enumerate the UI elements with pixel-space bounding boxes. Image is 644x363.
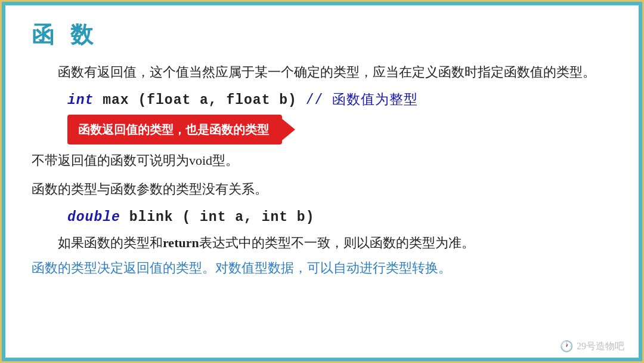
para2-text: 不带返回值的函数可说明为void型。 [32, 153, 239, 168]
para1-text: 函数有返回值，这个值当然应属于某一个确定的类型，应当在定义函数时指定函数值的类型… [58, 64, 596, 79]
right-border [639, 2, 642, 361]
paragraph-4: 如果函数的类型和return表达式中的类型不一致，则以函数的类型为准。 [32, 232, 612, 254]
para4-part1: 如果函数的类型和 [58, 235, 163, 250]
para4-bold: return [163, 235, 199, 250]
code-line-2: double blink ( int a, int b) [67, 206, 612, 229]
paragraph-2: 不带返回值的函数可说明为void型。 [32, 149, 612, 171]
para3-text: 函数的类型与函数参数的类型没有关系。 [32, 182, 268, 196]
paragraph-4-highlight: 函数的类型决定返回值的类型。对数值型数据，可以自动进行类型转换。 [32, 257, 612, 279]
watermark-icon: 🕐 [560, 340, 573, 353]
para4-part2: 表达式中的类型不一致，则以函数的类型为准。 [199, 235, 475, 250]
code-line-1: int max (float a, float b) // 函数值为整型 [67, 89, 612, 112]
paragraph-3: 函数的类型与函数参数的类型没有关系。 [32, 178, 612, 200]
code1-keyword: int [67, 93, 94, 108]
paragraph-1: 函数有返回值，这个值当然应属于某一个确定的类型，应当在定义函数时指定函数值的类型… [32, 61, 612, 83]
left-border [2, 2, 5, 361]
watermark-text: 29号造物吧 [577, 340, 624, 353]
content-area: 函数有返回值，这个值当然应属于某一个确定的类型，应当在定义函数时指定函数值的类型… [32, 61, 612, 279]
code1-comment: // 函数值为整型 [297, 93, 418, 108]
code1-rest: max (float a, float b) [94, 93, 296, 108]
arrow-label: 函数返回值的类型，也是函数的类型 [67, 115, 282, 144]
code2-keyword: double [67, 210, 120, 225]
slide: 函 数 函数有返回值，这个值当然应属于某一个确定的类型，应当在定义函数时指定函数… [0, 0, 644, 363]
top-border [2, 2, 642, 5]
code2-rest: blink ( int a, int b) [120, 210, 315, 225]
bottom-border [2, 358, 642, 361]
arrow-label-container: 函数返回值的类型，也是函数的类型 [67, 115, 612, 142]
slide-title: 函 数 [32, 20, 612, 50]
watermark: 🕐 29号造物吧 [560, 340, 624, 353]
para4-highlight-text: 函数的类型决定返回值的类型。对数值型数据，可以自动进行类型转换。 [32, 260, 451, 275]
